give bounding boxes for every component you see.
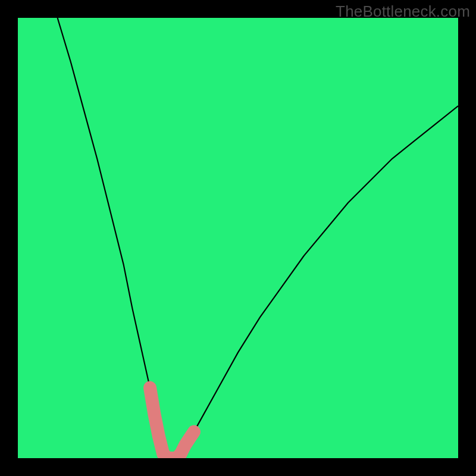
bottleneck-chart [18, 18, 458, 458]
watermark-label: TheBottleneck.com [336, 2, 470, 21]
gradient-background [18, 18, 458, 458]
outer-frame: TheBottleneck.com [0, 0, 476, 476]
plot-area [18, 18, 458, 458]
